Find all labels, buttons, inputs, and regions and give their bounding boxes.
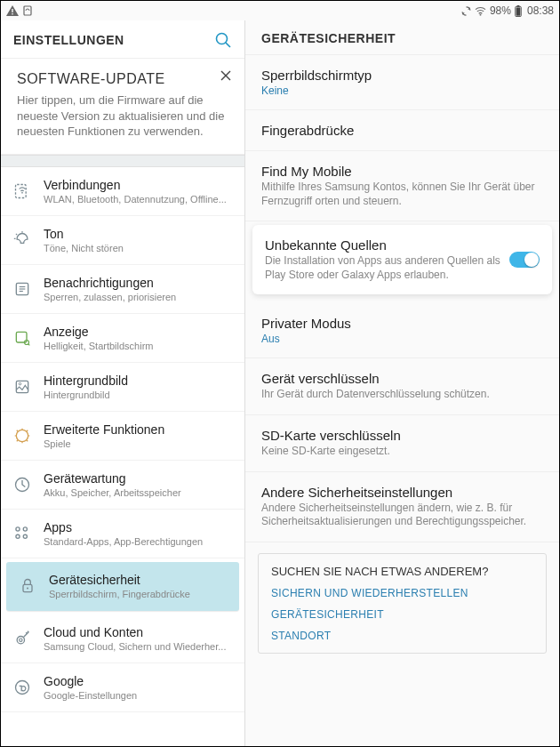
notifications-icon — [13, 280, 44, 298]
maintenance-icon — [13, 476, 44, 494]
detail-header: GERÄTESICHERHEIT — [245, 20, 559, 55]
sidebar-item-sub: Samsung Cloud, Sichern und Wiederher... — [44, 641, 237, 652]
svg-rect-6 — [516, 7, 521, 15]
related-search-title: SUCHEN SIE NACH ETWAS ANDEREM? — [271, 565, 533, 578]
setting-label: Andere Sicherheitseinstellungen — [261, 485, 543, 500]
sidebar-item-label: Google — [44, 674, 237, 688]
sidebar-item-verbindungen[interactable]: VerbindungenWLAN, Bluetooth, Datennutzun… — [1, 167, 244, 216]
sidebar-item-benachrichtigungen[interactable]: BenachrichtigungenSperren, zulassen, pri… — [1, 265, 244, 314]
setting-unbekannte-quellen[interactable]: Unbekannte QuellenDie Installation von A… — [252, 225, 552, 294]
svg-line-8 — [226, 43, 230, 47]
sidebar-item-ton[interactable]: TonTöne, Nicht stören — [1, 216, 244, 265]
related-link[interactable]: SICHERN UND WIEDERHERSTELLEN — [271, 587, 533, 599]
wallpaper-icon — [13, 378, 44, 396]
setting-label: Find My Mobile — [261, 164, 543, 179]
related-search-box: SUCHEN SIE NACH ETWAS ANDEREM?SICHERN UN… — [258, 553, 547, 654]
sidebar-item-label: Apps — [44, 520, 237, 534]
sidebar-item-ger-tewartung[interactable]: GerätewartungAkku, Speicher, Arbeitsspei… — [1, 461, 244, 510]
setting-sub: Die Installation von Apps aus anderen Qu… — [265, 254, 500, 282]
setting-label: Sperrbildschirmtyp — [261, 68, 543, 83]
settings-list: VerbindungenWLAN, Bluetooth, Datennutzun… — [1, 167, 244, 746]
setting-sub: Ihr Gerät durch Datenverschlüsselung sch… — [261, 388, 543, 402]
security-icon — [19, 577, 49, 595]
sync-icon — [461, 6, 471, 16]
svg-point-12 — [21, 191, 23, 193]
sidebar-item-label: Hintergrundbild — [44, 374, 237, 388]
wifi-icon — [475, 6, 486, 16]
related-link[interactable]: GERÄTESICHERHEIT — [271, 608, 533, 621]
svg-rect-1 — [12, 13, 12, 14]
sidebar-item-label: Erweiterte Funktionen — [44, 422, 237, 437]
promo-title: SOFTWARE-UPDATE — [17, 71, 230, 87]
battery-icon — [515, 5, 522, 17]
setting-andere-sicherheitseinstellungen[interactable]: Andere SicherheitseinstellungenAndere Si… — [245, 472, 559, 542]
sidebar-item-sub: Sperrbildschirm, Fingerabdrücke — [49, 589, 232, 599]
setting-ger-t-verschl-sseln[interactable]: Gerät verschlüsselnIhr Gerät durch Daten… — [245, 358, 559, 415]
sidebar-item-label: Gerätewartung — [44, 471, 237, 486]
svg-rect-0 — [12, 9, 12, 12]
sidebar-item-apps[interactable]: AppsStandard-Apps, App-Berechtigungen — [1, 510, 244, 558]
setting-fingerabdr-cke[interactable]: Fingerabdrücke — [245, 110, 559, 151]
advanced-icon — [13, 427, 44, 445]
setting-label: Unbekannte Quellen — [265, 237, 500, 253]
rotation-lock-icon — [22, 5, 33, 16]
svg-line-19 — [28, 343, 30, 345]
search-icon[interactable] — [214, 31, 232, 49]
svg-point-26 — [16, 534, 20, 538]
clock: 08:38 — [527, 4, 554, 17]
setting-sperrbildschirmtyp[interactable]: SperrbildschirmtypKeine — [245, 55, 559, 110]
svg-point-22 — [16, 430, 28, 441]
svg-point-24 — [16, 527, 20, 531]
sidebar-item-erweiterte-funktionen[interactable]: Erweiterte FunktionenSpiele — [1, 412, 244, 461]
related-link[interactable]: STANDORT — [271, 630, 533, 642]
sidebar-item-sub: Hintergrundbild — [44, 390, 237, 400]
sidebar-item-label: Gerätesicherheit — [49, 573, 232, 587]
sidebar-item-sub: Standard-Apps, App-Berechtigungen — [44, 536, 237, 547]
svg-point-3 — [480, 13, 482, 15]
sidebar-item-label: Cloud und Konten — [44, 625, 237, 639]
sidebar-item-anzeige[interactable]: AnzeigeHelligkeit, Startbildschirm — [1, 314, 244, 363]
sidebar-item-sub: Töne, Nicht stören — [44, 243, 237, 253]
settings-header: EINSTELLUNGEN — [1, 20, 244, 59]
sound-icon — [13, 231, 44, 249]
cloud-icon — [13, 630, 44, 647]
close-icon[interactable] — [220, 69, 232, 82]
divider — [1, 155, 244, 167]
connections-icon — [13, 182, 44, 200]
sidebar-item-label: Anzeige — [44, 325, 237, 339]
warning-icon — [6, 5, 19, 16]
detail-list: SperrbildschirmtypKeineFingerabdrückeFin… — [245, 55, 559, 746]
svg-point-25 — [23, 527, 27, 531]
svg-point-30 — [17, 636, 24, 643]
settings-title: EINSTELLUNGEN — [13, 33, 124, 47]
software-update-promo[interactable]: SOFTWARE-UPDATE Hier tippen, um die Firm… — [1, 59, 244, 155]
setting-label: Gerät verschlüsseln — [261, 371, 543, 386]
setting-find-my-mobile[interactable]: Find My MobileMithilfe Ihres Samsung Kon… — [245, 151, 559, 221]
setting-privater-modus[interactable]: Privater ModusAus — [245, 303, 559, 358]
sidebar-item-hintergrundbild[interactable]: HintergrundbildHintergrundbild — [1, 363, 244, 412]
sidebar-item-ger-tesicherheit[interactable]: GerätesicherheitSperrbildschirm, Fingera… — [6, 562, 239, 611]
setting-sub: Mithilfe Ihres Samsung Kontos, können Si… — [261, 181, 543, 208]
google-icon — [13, 679, 44, 696]
status-bar: 98% 08:38 — [1, 1, 559, 20]
setting-label: Fingerabdrücke — [261, 123, 543, 138]
sidebar-item-label: Ton — [44, 227, 237, 241]
sidebar-item-sub: Google-Einstellungen — [44, 690, 237, 701]
setting-value: Aus — [261, 333, 543, 345]
svg-point-21 — [19, 382, 21, 385]
battery-percentage: 98% — [490, 4, 511, 17]
sidebar-item-label: Verbindungen — [44, 178, 237, 192]
setting-sub: Andere Sicherheitseinstellungen ändern, … — [261, 502, 543, 529]
setting-sd-karte-verschl-sseln[interactable]: SD-Karte verschlüsselnKeine SD-Karte ein… — [245, 415, 559, 472]
sidebar-item-google[interactable]: GoogleGoogle-Einstellungen — [1, 663, 244, 712]
sidebar-item-sub: Spiele — [44, 438, 237, 449]
svg-point-31 — [20, 639, 22, 641]
setting-sub: Keine SD-Karte eingesetzt. — [261, 445, 543, 459]
sidebar-item-cloud-und-konten[interactable]: Cloud und KontenSamsung Cloud, Sichern u… — [1, 614, 244, 663]
toggle-switch[interactable] — [509, 252, 540, 268]
setting-label: Privater Modus — [261, 316, 543, 331]
promo-description: Hier tippen, um die Firmware auf die neu… — [17, 92, 230, 140]
setting-label: SD-Karte verschlüsseln — [261, 428, 543, 443]
setting-value: Keine — [261, 84, 543, 97]
svg-point-32 — [16, 680, 29, 694]
